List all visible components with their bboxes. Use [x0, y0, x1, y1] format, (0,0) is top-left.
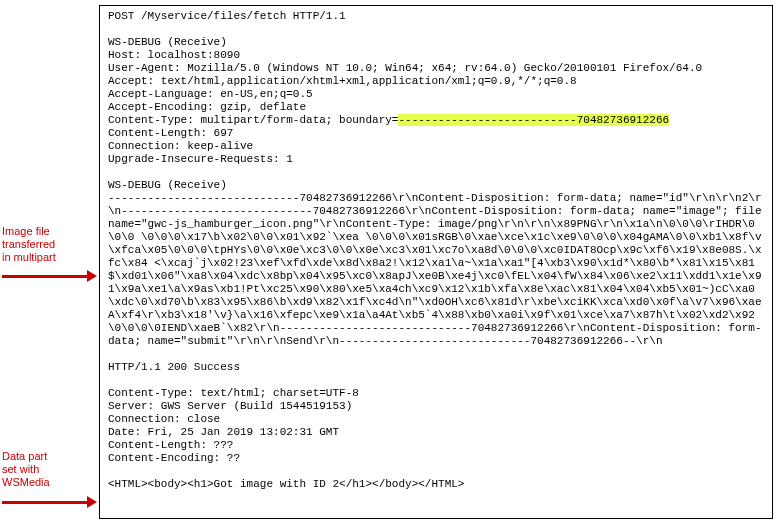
annotation-text: set with — [2, 463, 39, 475]
response-connection: Connection: close — [108, 413, 220, 425]
response-server: Server: GWS Server (Build 1544519153) — [108, 400, 352, 412]
annotation-text: WSMedia — [2, 476, 50, 488]
request-line: POST /Myservice/files/fetch HTTP/1.1 — [108, 10, 346, 22]
annotation-wsmedia: Data part set with WSMedia — [2, 450, 96, 489]
header-accept-language: Accept-Language: en-US,en;q=0.5 — [108, 88, 313, 100]
arrow-icon — [2, 497, 97, 509]
arrow-icon — [2, 271, 97, 283]
response-date: Date: Fri, 25 Jan 2019 13:02:31 GMT — [108, 426, 339, 438]
header-content-type-prefix: Content-Type: multipart/form-data; bound… — [108, 114, 398, 126]
debug-header: WS-DEBUG (Receive) — [108, 36, 227, 48]
annotation-text: Data part — [2, 450, 47, 462]
response-body: <HTML><body><h1>Got image with ID 2</h1>… — [108, 478, 464, 490]
multipart-body: -----------------------------70482736912… — [108, 192, 762, 347]
header-content-length: Content-Length: 697 — [108, 127, 233, 139]
header-user-agent: User-Agent: Mozilla/5.0 (Windows NT 10.0… — [108, 62, 702, 74]
annotation-text: in multipart — [2, 251, 56, 263]
http-dump-box: POST /Myservice/files/fetch HTTP/1.1 WS-… — [99, 5, 773, 519]
header-accept: Accept: text/html,application/xhtml+xml,… — [108, 75, 577, 87]
response-content-type: Content-Type: text/html; charset=UTF-8 — [108, 387, 359, 399]
debug-header: WS-DEBUG (Receive) — [108, 179, 227, 191]
response-content-encoding: Content-Encoding: ?? — [108, 452, 240, 464]
header-accept-encoding: Accept-Encoding: gzip, deflate — [108, 101, 306, 113]
boundary-highlight: ---------------------------7048273691226… — [398, 114, 669, 126]
annotation-multipart: Image file transferred in multipart — [2, 225, 96, 264]
header-upgrade: Upgrade-Insecure-Requests: 1 — [108, 153, 293, 165]
response-content-length: Content-Length: ??? — [108, 439, 233, 451]
annotation-text: Image file — [2, 225, 50, 237]
response-status: HTTP/1.1 200 Success — [108, 361, 240, 373]
header-connection: Connection: keep-alive — [108, 140, 253, 152]
http-dump: POST /Myservice/files/fetch HTTP/1.1 WS-… — [108, 10, 766, 491]
header-host: Host: localhost:8090 — [108, 49, 240, 61]
annotation-text: transferred — [2, 238, 55, 250]
